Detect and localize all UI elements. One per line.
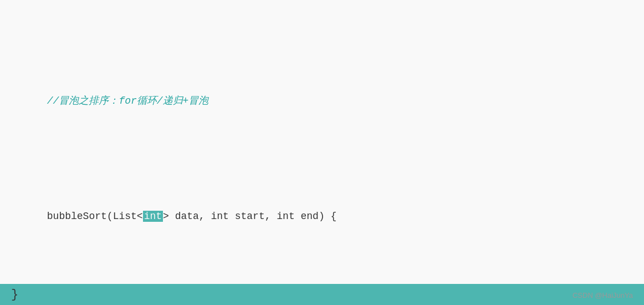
function-name: bubbleSort(List< <box>47 211 143 222</box>
comment-line-1: //冒泡之排序：for循环/递归+冒泡 <box>11 77 627 126</box>
function-signature-line: bubbleSort(List<int> data, int start, in… <box>11 192 627 242</box>
code-block: //冒泡之排序：for循环/递归+冒泡 bubbleSort(List<int>… <box>11 11 627 305</box>
code-container: //冒泡之排序：for循环/递归+冒泡 bubbleSort(List<int>… <box>0 0 644 305</box>
int-highlight: int <box>143 211 163 222</box>
function-params: > data, int start, int end) { <box>163 211 336 222</box>
comment-text-1: //冒泡之排序：for循环/递归+冒泡 <box>47 95 209 106</box>
bottom-bar: } <box>0 284 644 305</box>
closing-brace: } <box>11 288 18 302</box>
watermark: CSDN @HaiJunYa <box>573 291 633 299</box>
